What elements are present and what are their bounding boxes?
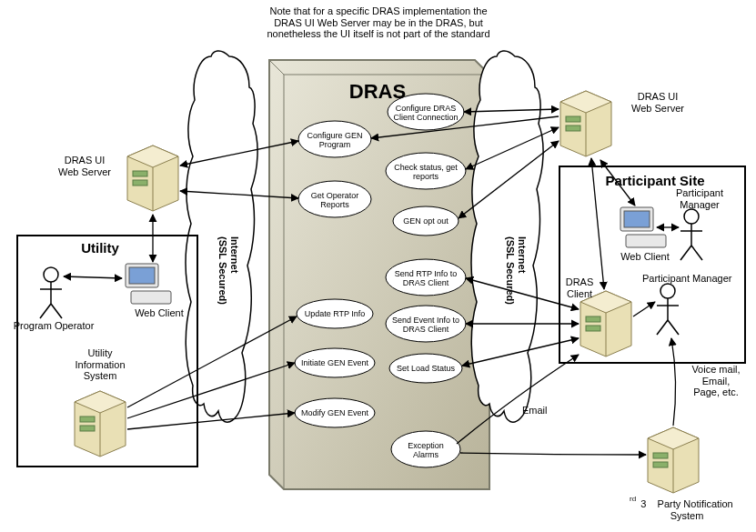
op-configure-gen-text: Configure GEN Program (298, 131, 371, 150)
svg-rect-7 (133, 171, 147, 176)
third-party-label: 3 Party Notification System (619, 498, 755, 521)
svg-rect-12 (566, 116, 580, 122)
dras-ui-right-label: DRAS UI Web Server (619, 91, 697, 114)
third-party-server-icon (648, 427, 699, 493)
participant-title: Participant Site (582, 173, 728, 188)
internet-left-label: Internet (SSL Secured) (217, 236, 240, 305)
op-gen-opt-text: GEN opt out (393, 216, 459, 226)
svg-rect-13 (566, 125, 580, 131)
web-client-right-label: Web Client (613, 251, 677, 263)
email-label: Email (522, 405, 548, 417)
op-mod-gen-text: Modify GEN Event (295, 408, 375, 417)
op-exc-alarm-text: Exception Alarms (391, 441, 460, 460)
participant-mgr-top-label: Participant Manager (668, 187, 731, 210)
note-text: Note that for a specific DRAS implementa… (247, 5, 509, 40)
internet-right-label: Internet (SSL Secured) (505, 236, 528, 305)
program-operator-label: Program Operator (13, 320, 95, 332)
dras-title: DRAS (318, 80, 437, 103)
web-client-left-label: Web Client (127, 307, 191, 319)
dras-ui-left-label: DRAS UI Web Server (45, 155, 124, 177)
op-upd-rtp-text: Update RTP Info (297, 309, 373, 318)
op-check-status-text: Check status, get reports (386, 163, 466, 182)
dras-client-label: DRAS Client (557, 276, 602, 299)
op-get-reports-text: Get Operator Reports (298, 191, 371, 210)
participant-mgr-stick-label: Participant Manager (642, 273, 731, 285)
svg-rect-8 (133, 180, 147, 186)
utility-title: Utility (55, 240, 146, 256)
op-set-load-text: Set Load Status (389, 364, 462, 373)
dras-ui-right-server-icon (560, 91, 611, 156)
utility-info-label: Utility Information System (55, 347, 146, 382)
op-init-gen-text: Initiate GEN Event (295, 358, 375, 367)
svg-rect-28 (653, 462, 668, 467)
voice-etc-label: Voice mail, Email, Page, etc. (684, 364, 748, 398)
op-send-rtp-text: Send RTP Info to DRAS Client (386, 269, 466, 288)
third-party-rd: rd (630, 495, 636, 503)
svg-rect-27 (653, 453, 668, 458)
op-send-event-text: Send Event Info to DRAS Client (386, 316, 466, 335)
op-conf-dras-cc-text: Configure DRAS Client Connection (388, 104, 464, 123)
dras-ui-left-server-icon (127, 146, 178, 211)
